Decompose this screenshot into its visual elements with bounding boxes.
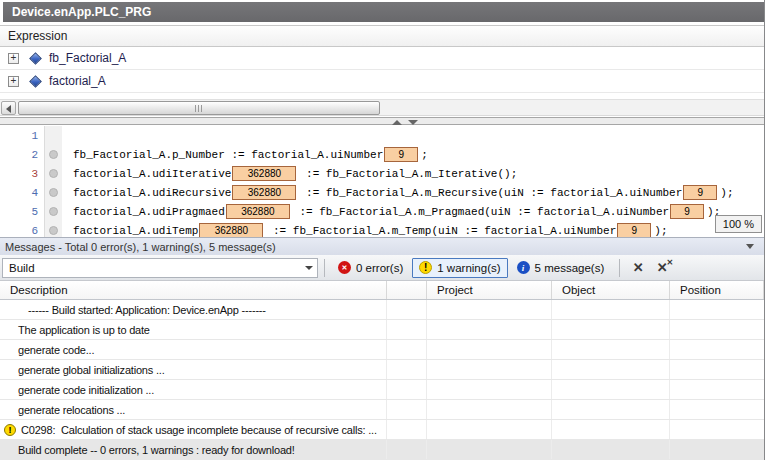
breakpoint-dot-icon[interactable]: [49, 150, 58, 159]
code-fragment: := fb_Factorial_A.m_Recursive(uiN := fac…: [299, 187, 682, 199]
cell-object: [552, 420, 670, 439]
online-value[interactable]: 9: [617, 223, 651, 237]
scrollbar-thumb[interactable]: [18, 101, 380, 115]
splitter-up-icon[interactable]: [392, 120, 402, 125]
watch-row[interactable]: fb_Factorial_A: [0, 47, 764, 70]
panel-splitter[interactable]: [0, 117, 764, 125]
cell-object: [552, 400, 670, 419]
info-filter-button[interactable]: 5 message(s): [510, 258, 612, 278]
cell-position: [670, 420, 764, 439]
expand-icon[interactable]: [8, 76, 19, 87]
code-editor[interactable]: 1 2 fb_Factorial_A.p_Number := factorial…: [0, 126, 764, 237]
breakpoint-margin[interactable]: [44, 164, 62, 183]
breakpoint-margin[interactable]: [44, 145, 62, 164]
code-line: 1: [0, 126, 764, 145]
breakpoint-dot-icon[interactable]: [49, 207, 58, 216]
breakpoint-dot-icon[interactable]: [49, 226, 58, 235]
editor-zoom-indicator[interactable]: 100 %: [715, 215, 762, 233]
code-fragment: );: [654, 225, 667, 237]
message-description: Build complete -- 0 errors, 1 warnings :…: [18, 444, 295, 456]
messages-toolbar: Build 0 error(s) 1 warning(s) 5 message(…: [0, 255, 764, 281]
message-category-value: Build: [3, 262, 35, 274]
message-description: C0298: Calculation of stack usage incomp…: [21, 424, 377, 436]
code-line: 3 factorial_A.udiIterative362880 := fb_F…: [0, 164, 764, 183]
message-row[interactable]: generate code initialization ...: [0, 380, 764, 400]
message-description: ------ Build started: Application: Devic…: [28, 304, 266, 316]
code-fragment: := fb_Factorial_A.m_Temp(uiN := factoria…: [266, 225, 616, 237]
messages-panel-header[interactable]: Messages - Total 0 error(s), 1 warning(s…: [0, 237, 764, 255]
cell-position: [670, 440, 764, 459]
messages-panel-title: Messages - Total 0 error(s), 1 warning(s…: [5, 241, 276, 253]
message-row[interactable]: C0298: Calculation of stack usage incomp…: [0, 420, 764, 440]
cell-object: [552, 340, 670, 359]
warning-icon: [419, 261, 432, 274]
splitter-down-icon[interactable]: [408, 120, 418, 125]
line-number: 6: [0, 225, 44, 237]
warning-filter-button[interactable]: 1 warning(s): [412, 258, 507, 278]
column-header-object[interactable]: Object: [552, 281, 670, 299]
message-row[interactable]: Build complete -- 0 errors, 1 warnings :…: [0, 440, 764, 460]
variable-icon: [29, 52, 42, 65]
online-value[interactable]: 362880: [232, 185, 296, 200]
breakpoint-margin[interactable]: [44, 126, 62, 145]
message-row[interactable]: generate relocations ...: [0, 400, 764, 420]
message-description: generate global initializations ...: [18, 364, 165, 376]
code-fragment: );: [720, 187, 733, 199]
code-fragment: := fb_Factorial_A.m_Pragmaed(uiN := fact…: [293, 206, 669, 218]
code-fragment: factorial_A.udiIterative: [73, 168, 231, 180]
message-row[interactable]: ------ Build started: Application: Devic…: [0, 300, 764, 320]
clear-all-messages-button[interactable]: [650, 258, 674, 278]
watch-horizontal-scrollbar[interactable]: [0, 99, 764, 116]
watch-expression-label: fb_Factorial_A: [49, 51, 126, 65]
message-description: generate code...: [18, 344, 94, 356]
online-value[interactable]: 362880: [226, 204, 290, 219]
message-row[interactable]: generate code...: [0, 340, 764, 360]
breakpoint-dot-icon[interactable]: [49, 169, 58, 178]
error-filter-button[interactable]: 0 error(s): [331, 258, 410, 278]
toolbar-separator: [619, 259, 620, 277]
panel-menu-chevron-icon[interactable]: [746, 244, 754, 249]
column-header-description[interactable]: Description: [0, 281, 387, 299]
breakpoint-margin[interactable]: [44, 202, 62, 221]
cell-description: generate code...: [0, 340, 387, 359]
message-row[interactable]: The application is up to date: [0, 320, 764, 340]
breakpoint-dot-icon[interactable]: [49, 188, 58, 197]
message-rows: ------ Build started: Application: Devic…: [0, 300, 764, 460]
column-header-icon[interactable]: [387, 281, 427, 299]
editor-title-bar: Device.enApp.PLC_PRG: [3, 2, 764, 22]
dropdown-arrow-icon[interactable]: [301, 259, 317, 277]
line-number: 1: [0, 130, 44, 142]
clear-messages-button[interactable]: [626, 258, 650, 278]
breakpoint-margin[interactable]: [44, 183, 62, 202]
code-text: factorial_A.udiTemp362880 := fb_Factoria…: [73, 223, 667, 237]
online-value[interactable]: 9: [683, 185, 717, 200]
cell-object: [552, 300, 670, 319]
code-text: factorial_A.udiIterative362880 := fb_Fac…: [73, 166, 517, 181]
column-header-position[interactable]: Position: [670, 281, 764, 299]
cell-position: [670, 400, 764, 419]
online-value[interactable]: 9: [384, 147, 418, 162]
cell-position: [670, 360, 764, 379]
message-row[interactable]: generate global initializations ...: [0, 360, 764, 380]
online-value[interactable]: 362880: [199, 223, 263, 237]
cell-project: [427, 320, 552, 339]
watch-row[interactable]: factorial_A: [0, 70, 764, 93]
online-value[interactable]: 9: [670, 204, 704, 219]
code-lines: 1 2 fb_Factorial_A.p_Number := factorial…: [0, 126, 764, 237]
cell-position: [670, 380, 764, 399]
cell-object: [552, 440, 670, 459]
cell-object: [552, 320, 670, 339]
code-text: fb_Factorial_A.p_Number := factorial_A.u…: [73, 147, 428, 162]
line-number: 4: [0, 187, 44, 199]
message-category-dropdown[interactable]: Build: [2, 258, 318, 278]
breakpoint-margin[interactable]: [44, 221, 62, 237]
filter-button-label: 1 warning(s): [437, 262, 500, 274]
scroll-left-icon[interactable]: [1, 101, 16, 115]
online-value[interactable]: 362880: [232, 166, 296, 181]
watch-column-header-expression[interactable]: Expression: [0, 25, 764, 47]
cell-description: C0298: Calculation of stack usage incomp…: [0, 420, 387, 439]
column-header-project[interactable]: Project: [427, 281, 552, 299]
line-number: 3: [0, 168, 44, 180]
toolbar-separator: [324, 259, 325, 277]
expand-icon[interactable]: [8, 53, 19, 64]
